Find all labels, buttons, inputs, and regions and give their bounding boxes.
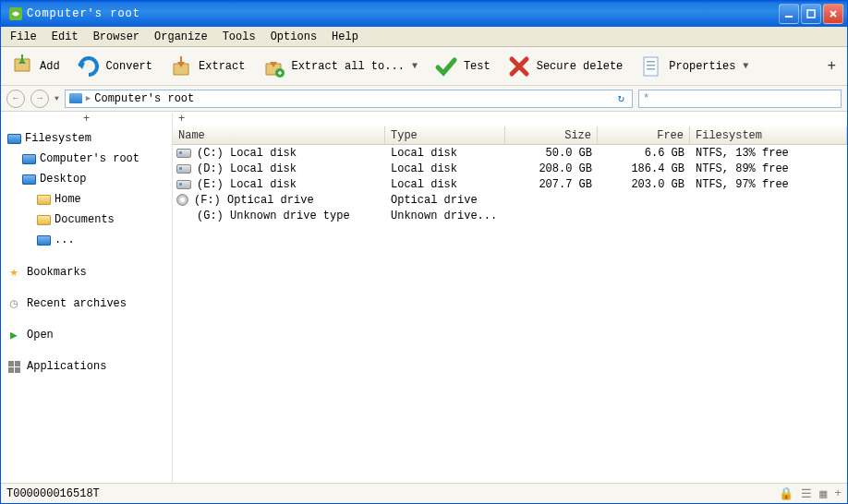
status-overflow[interactable]: + <box>834 486 842 500</box>
cell-size <box>505 215 598 217</box>
clock-icon: ◷ <box>6 296 21 311</box>
cell-name: (F:) Optical drive <box>194 194 314 207</box>
svg-rect-3 <box>21 54 23 62</box>
tree-computers-root[interactable]: Computer's root <box>6 150 166 167</box>
apps-label: Applications <box>27 360 106 373</box>
menu-organize[interactable]: Organize <box>149 29 213 45</box>
table-row[interactable]: (C:) Local diskLocal disk50.0 GB6.6 GBNT… <box>173 145 847 161</box>
menu-file[interactable]: File <box>5 29 42 45</box>
cell-size: 207.7 GB <box>505 177 598 192</box>
tree-filesystem[interactable]: Filesystem <box>6 130 166 147</box>
menu-help[interactable]: Help <box>326 29 364 45</box>
cell-fs <box>690 215 847 217</box>
applications-section[interactable]: Applications <box>6 359 166 374</box>
computer-icon <box>21 151 36 166</box>
col-size[interactable]: Size <box>505 126 598 144</box>
col-filesystem[interactable]: Filesystem <box>690 126 847 144</box>
back-button[interactable]: ← <box>6 90 25 108</box>
convert-label: Convert <box>106 60 152 73</box>
sidebar: Filesystem Computer's root Desktop Home … <box>1 126 173 483</box>
sidebar-add-tab[interactable]: + <box>1 113 173 126</box>
menubar: File Edit Browser Organize Tools Options… <box>1 27 847 47</box>
tree-more[interactable]: ... <box>6 232 166 248</box>
svg-rect-6 <box>644 57 658 76</box>
table-row[interactable]: (G:) Unknown drive typeUnknown drive... <box>173 208 847 223</box>
search-placeholder: * <box>643 92 649 105</box>
navbar: ← → ▼ ▶ Computer's root ↻ * <box>1 86 847 112</box>
maximize-button[interactable] <box>801 4 821 24</box>
table-row[interactable]: (D:) Local diskLocal disk208.0 GB186.4 G… <box>173 161 847 176</box>
extract-all-label: Extract all to... <box>291 60 404 73</box>
convert-icon <box>77 54 101 78</box>
col-type[interactable]: Type <box>385 126 505 144</box>
add-button[interactable]: Add <box>6 53 64 80</box>
col-free[interactable]: Free <box>598 126 690 144</box>
open-section[interactable]: ▶ Open <box>6 328 166 342</box>
menu-edit[interactable]: Edit <box>46 29 84 45</box>
address-bar[interactable]: ▶ Computer's root ↻ <box>65 90 633 108</box>
col-name[interactable]: Name <box>173 126 385 144</box>
svg-rect-1 <box>785 16 793 18</box>
menu-options[interactable]: Options <box>265 29 322 45</box>
extract-icon <box>169 54 193 78</box>
menu-browser[interactable]: Browser <box>88 29 145 45</box>
disk-icon <box>176 180 191 189</box>
cell-type: Local disk <box>385 146 505 161</box>
content-add-tab[interactable]: + <box>173 113 185 126</box>
disk-icon <box>176 164 191 174</box>
status-text: T000000016518T <box>6 487 771 500</box>
menu-tools[interactable]: Tools <box>217 29 261 45</box>
computer-icon <box>69 93 82 103</box>
tree-desktop[interactable]: Desktop <box>6 171 166 187</box>
properties-button[interactable]: Properties ▼ <box>636 53 752 80</box>
cell-fs: NTFS, 97% free <box>690 177 847 192</box>
disk-icon <box>176 149 191 158</box>
folder-icon <box>36 233 51 247</box>
play-icon: ▶ <box>6 328 21 342</box>
list-view-icon[interactable]: ☰ <box>801 486 812 501</box>
extract-label: Extract <box>199 60 245 73</box>
tile-view-icon[interactable]: ▦ <box>819 486 827 501</box>
apps-icon <box>6 359 21 374</box>
history-dropdown[interactable]: ▼ <box>55 94 59 102</box>
table-row[interactable]: (E:) Local diskLocal disk207.7 GB203.0 G… <box>173 176 847 192</box>
folder-icon <box>36 212 51 227</box>
statusbar: T000000016518T 🔒 ☰ ▦ + <box>1 483 847 503</box>
lock-icon[interactable]: 🔒 <box>779 486 793 501</box>
svg-rect-8 <box>647 65 655 66</box>
close-button[interactable] <box>823 4 843 24</box>
refresh-icon[interactable]: ↻ <box>614 91 628 105</box>
cell-type: Unknown drive... <box>385 209 505 223</box>
svg-rect-4 <box>180 56 182 64</box>
cell-type: Local disk <box>385 177 505 192</box>
dropdown-icon[interactable]: ▼ <box>743 61 748 71</box>
test-label: Test <box>464 60 491 73</box>
cell-name: (C:) Local disk <box>197 147 297 160</box>
extract-all-button[interactable]: Extract all to... ▼ <box>258 53 420 80</box>
main-area: Filesystem Computer's root Desktop Home … <box>1 126 847 483</box>
tree-documents[interactable]: Documents <box>6 211 166 228</box>
cell-size: 208.0 GB <box>505 162 598 176</box>
tree-label: ... <box>55 234 75 246</box>
forward-button[interactable]: → <box>30 90 49 108</box>
app-icon <box>8 6 23 21</box>
properties-label: Properties <box>669 60 735 73</box>
convert-button[interactable]: Convert <box>73 53 156 80</box>
toolbar-overflow-button[interactable]: + <box>821 58 842 75</box>
cell-size: 50.0 GB <box>505 146 598 161</box>
extract-button[interactable]: Extract <box>165 53 248 80</box>
folder-icon <box>36 192 51 207</box>
bookmarks-section[interactable]: ★ Bookmarks <box>6 265 166 280</box>
cell-free: 203.0 GB <box>598 177 690 192</box>
cell-free: 186.4 GB <box>598 162 690 176</box>
secure-delete-button[interactable]: Secure delete <box>503 53 627 80</box>
tree-label: Filesystem <box>25 132 91 145</box>
dropdown-icon[interactable]: ▼ <box>412 61 418 71</box>
minimize-button[interactable] <box>779 4 799 24</box>
search-input[interactable]: * <box>638 90 842 108</box>
test-button[interactable]: Test <box>430 53 494 80</box>
cell-fs <box>690 199 847 201</box>
tree-home[interactable]: Home <box>6 191 166 208</box>
recent-section[interactable]: ◷ Recent archives <box>6 296 166 311</box>
table-row[interactable]: (F:) Optical driveOptical drive <box>173 192 847 208</box>
